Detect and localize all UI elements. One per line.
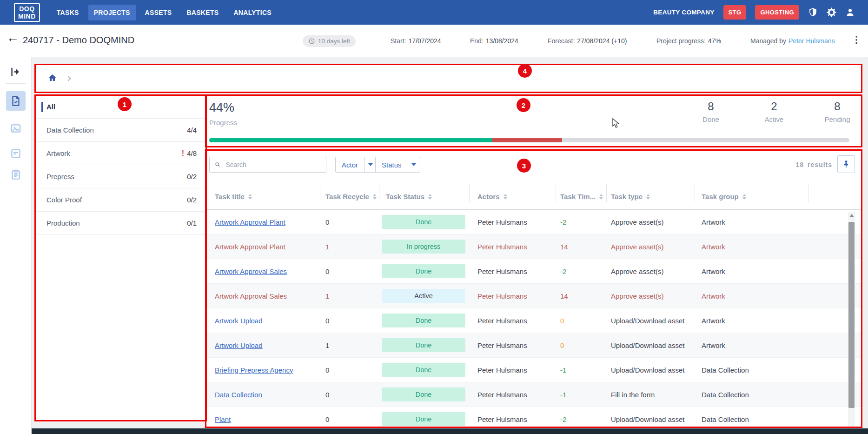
column-header-task-recycle[interactable]: Task Recycle: [320, 184, 379, 209]
kebab-menu-icon[interactable]: ⋮: [852, 34, 861, 45]
cell-actors: Peter Hulsmans: [470, 267, 556, 275]
user-icon[interactable]: [845, 7, 855, 17]
column-header-task-type[interactable]: Task type: [607, 184, 695, 209]
sidebar-collapse-icon[interactable]: [9, 66, 22, 78]
sidebar-item-forms[interactable]: [10, 168, 22, 180]
logo-line2: MIND: [18, 13, 36, 20]
env-badge[interactable]: STG: [723, 5, 747, 20]
table-row[interactable]: Briefing Prepress Agency0DonePeter Hulsm…: [206, 358, 861, 382]
actor-filter-caret[interactable]: [364, 157, 376, 172]
task-time-value: -2: [560, 218, 566, 226]
stat-pending: 8Pending: [822, 100, 852, 123]
days-left-chip: 10 days left: [303, 35, 356, 47]
column-header-task-status[interactable]: Task Status: [379, 184, 470, 209]
task-title-link[interactable]: Artwork Upload: [215, 317, 263, 325]
sidebar-item-assets[interactable]: [10, 122, 22, 134]
group-count-wrap: 0/1: [187, 219, 197, 227]
gear-icon[interactable]: [827, 7, 836, 17]
search-input[interactable]: [225, 160, 321, 169]
table-scrollbar[interactable]: [848, 212, 855, 427]
status-badge: Done: [382, 387, 465, 401]
task-title-link[interactable]: Artwork Approval Plant: [215, 218, 285, 226]
sort-icon[interactable]: [428, 194, 432, 200]
cell-task-status: Done: [379, 314, 470, 327]
nav-item-tasks[interactable]: TASKS: [51, 5, 85, 20]
cell-task-status: Active: [379, 289, 470, 303]
table-row[interactable]: Artwork Approval Plant0DonePeter Hulsman…: [206, 210, 861, 234]
sort-icon[interactable]: [248, 194, 252, 200]
status-badge: Done: [382, 215, 465, 229]
scrollbar-thumb[interactable]: [848, 222, 855, 408]
group-item-data-collection[interactable]: Data Collection4/4: [35, 119, 206, 142]
actor-filter-button[interactable]: Actor: [335, 157, 377, 173]
table-filters: Actor Status 18 results: [209, 156, 855, 173]
group-item-all[interactable]: All: [35, 95, 206, 119]
manager-link[interactable]: Peter Hulsmans: [788, 37, 835, 45]
table-row[interactable]: Data Collection0DonePeter Hulsmans-1Fill…: [206, 382, 861, 407]
sidebar-item-documents[interactable]: [10, 147, 22, 160]
column-header-task-title[interactable]: Task title: [206, 184, 320, 209]
nav-item-baskets[interactable]: BASKETS: [181, 5, 224, 20]
alert-icon: !: [182, 149, 184, 158]
table-row[interactable]: Plant0DonePeter Hulsmans-2Upload/Downloa…: [206, 407, 861, 427]
task-title-link[interactable]: Artwork Approval Sales: [215, 267, 287, 275]
sort-asc-icon: [504, 194, 507, 196]
scroll-up-icon[interactable]: [849, 214, 854, 217]
nav-menu: TASKSPROJECTSASSETSBASKETSANALYTICS: [51, 5, 277, 20]
cell-task-status: Done: [379, 264, 470, 278]
table-row[interactable]: Artwork Approval Sales0DonePeter Hulsman…: [206, 259, 861, 284]
back-button[interactable]: ←: [7, 32, 19, 44]
column-header-label: Task type: [611, 193, 643, 200]
home-icon[interactable]: [47, 73, 57, 85]
task-title-link[interactable]: Briefing Prepress Agency: [215, 366, 293, 374]
task-title-link[interactable]: Data Collection: [215, 391, 262, 399]
article-icon: [10, 147, 22, 160]
group-label: Prepress: [46, 173, 74, 180]
cell-actors: Peter Hulsmans: [470, 366, 556, 374]
shield-icon[interactable]: [808, 7, 818, 17]
task-title-link[interactable]: Artwork Upload: [215, 341, 263, 349]
bottom-strip: [0, 428, 868, 434]
app-logo[interactable]: DOQ MIND: [14, 3, 40, 22]
rail-divider: [6, 83, 26, 84]
table-row[interactable]: Artwork Approval Sales1ActivePeter Hulsm…: [206, 284, 861, 308]
cell-task-timing: 14: [556, 243, 607, 251]
group-count: 0/2: [187, 196, 197, 204]
cell-actors: Peter Hulsmans: [470, 317, 556, 325]
sort-icon[interactable]: [646, 194, 650, 200]
group-item-color-proof[interactable]: Color Proof0/2: [35, 188, 206, 212]
task-time-value: -1: [560, 391, 566, 399]
task-title-link[interactable]: Plant: [215, 415, 231, 423]
group-count-wrap: !4/8: [182, 149, 197, 158]
pin-button[interactable]: [837, 155, 855, 173]
sidebar-item-tasks[interactable]: [6, 91, 26, 111]
cell-task-type: Approve asset(s): [607, 267, 695, 275]
table-row[interactable]: Artwork Upload0DonePeter Hulsmans0Upload…: [206, 308, 861, 333]
table-row[interactable]: Artwork Approval Plant1In progressPeter …: [206, 234, 861, 259]
task-title-link: Artwork Approval Plant: [215, 243, 285, 251]
cell-task-recycle: 1: [320, 341, 379, 349]
nav-item-assets[interactable]: ASSETS: [139, 5, 178, 20]
status-filter-button[interactable]: Status: [375, 157, 420, 173]
nav-item-projects[interactable]: PROJECTS: [88, 5, 136, 20]
group-item-artwork[interactable]: Artwork!4/8: [35, 142, 206, 165]
stat-label: Done: [696, 115, 726, 123]
sort-desc-icon: [428, 197, 432, 200]
group-item-prepress[interactable]: Prepress0/2: [35, 165, 206, 188]
nav-item-analytics[interactable]: ANALYTICS: [228, 5, 277, 20]
sort-icon[interactable]: [373, 194, 377, 200]
sort-icon[interactable]: [599, 194, 603, 200]
sort-asc-icon: [428, 194, 432, 196]
table-row[interactable]: Artwork Upload1DonePeter Hulsmans0Upload…: [206, 333, 861, 358]
status-filter-caret[interactable]: [408, 157, 420, 172]
column-header-task-group[interactable]: Task group: [695, 184, 809, 209]
progress-bar: [209, 138, 849, 142]
results-count: 18 results: [796, 156, 833, 173]
sort-icon[interactable]: [742, 194, 746, 200]
cell-task-timing: -1: [556, 366, 607, 374]
column-header-actors[interactable]: Actors: [470, 184, 556, 209]
sort-icon[interactable]: [504, 194, 507, 200]
group-item-production[interactable]: Production0/1: [35, 212, 206, 235]
column-header-task-tim[interactable]: Task Tim...: [556, 184, 607, 209]
ghosting-badge[interactable]: GHOSTING: [755, 5, 799, 20]
